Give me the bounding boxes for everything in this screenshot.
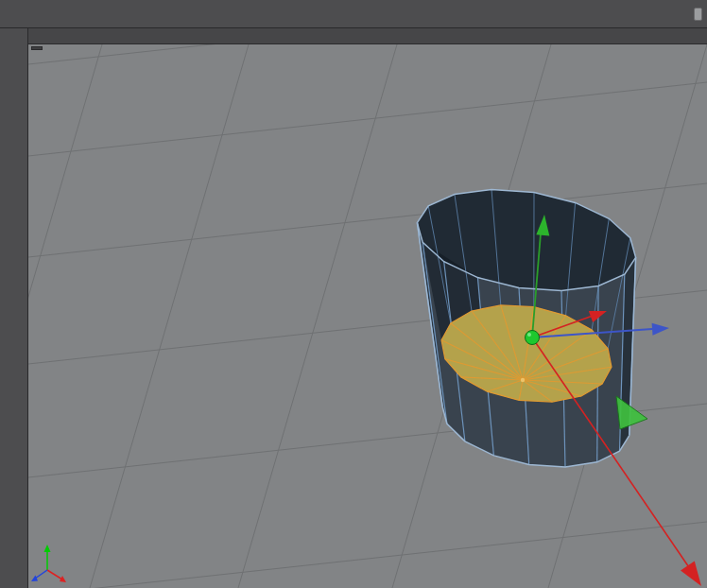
main-area — [0, 28, 707, 588]
application-window — [0, 0, 707, 588]
left-toolbar — [0, 28, 28, 588]
viewport-column — [28, 28, 707, 588]
top-toolbar — [0, 0, 707, 28]
viewport[interactable] — [28, 44, 707, 588]
plane-handle[interactable] — [616, 396, 647, 429]
gizmo-center-handle[interactable] — [526, 331, 540, 345]
gizmo-center-highlight — [527, 333, 531, 337]
viewport-canvas[interactable] — [28, 44, 707, 588]
z-axis-arrowhead[interactable] — [652, 323, 669, 336]
menu-bar — [28, 28, 707, 44]
toolbar-end-handle[interactable] — [694, 8, 702, 21]
viewport-camera-label[interactable] — [31, 46, 43, 50]
fan-center-vertex — [521, 378, 525, 382]
cylinder-object[interactable] — [417, 189, 635, 467]
world-axis-indicator — [31, 545, 66, 582]
x-axis-arrowhead[interactable] — [681, 562, 701, 586]
